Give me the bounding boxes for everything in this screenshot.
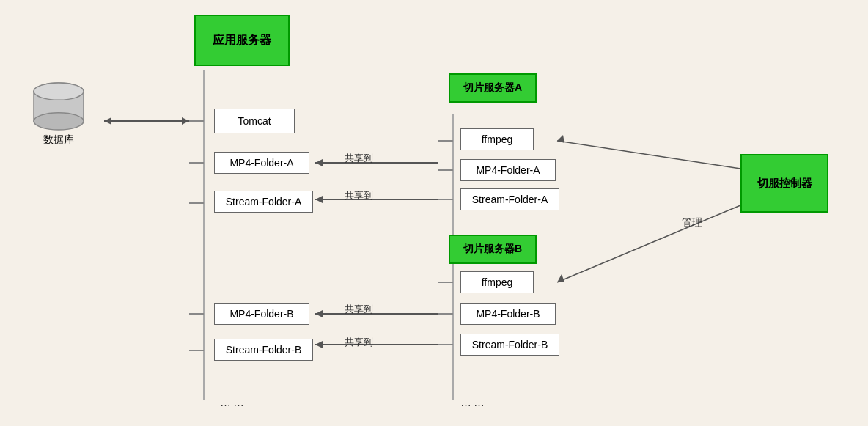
mp4-folder-b-left-box: MP4-Folder-B bbox=[214, 303, 309, 325]
mp4-folder-a-right-box: MP4-Folder-A bbox=[460, 159, 556, 181]
svg-marker-27 bbox=[557, 274, 564, 282]
tomcat-box: Tomcat bbox=[214, 109, 295, 133]
database-icon bbox=[29, 81, 88, 131]
svg-overlay bbox=[0, 0, 868, 426]
ellipsis-left: …… bbox=[220, 396, 246, 408]
stream-folder-a-left-box: Stream-Folder-A bbox=[214, 191, 313, 213]
stream-folder-a-right-box: Stream-Folder-A bbox=[460, 188, 559, 210]
stream-folder-b-left-box: Stream-Folder-B bbox=[214, 339, 313, 361]
svg-point-31 bbox=[34, 83, 84, 100]
ffmpeg-a-box: ffmpeg bbox=[460, 128, 534, 150]
share-label-stream-a: 共享到 bbox=[345, 189, 373, 202]
svg-marker-19 bbox=[315, 196, 323, 203]
database-label: 数据库 bbox=[43, 133, 74, 147]
share-label-mp4-a: 共享到 bbox=[345, 152, 373, 165]
svg-marker-15 bbox=[104, 117, 111, 125]
slice-server-a-box: 切片服务器A bbox=[449, 73, 537, 103]
mp4-folder-a-left-box: MP4-Folder-A bbox=[214, 152, 309, 174]
svg-point-30 bbox=[34, 113, 84, 130]
svg-marker-14 bbox=[182, 117, 189, 125]
ellipsis-right: …… bbox=[460, 396, 487, 408]
svg-marker-25 bbox=[557, 135, 564, 143]
ffmpeg-b-box: ffmpeg bbox=[460, 271, 534, 293]
database-container: 数据库 bbox=[22, 81, 95, 147]
svg-line-26 bbox=[557, 205, 740, 282]
manage-label: 管理 bbox=[682, 216, 702, 229]
share-label-mp4-b: 共享到 bbox=[345, 303, 373, 316]
svg-marker-21 bbox=[315, 310, 323, 317]
svg-marker-23 bbox=[315, 341, 323, 348]
mp4-folder-b-right-box: MP4-Folder-B bbox=[460, 303, 556, 325]
slice-controller-box: 切服控制器 bbox=[740, 154, 828, 213]
svg-marker-17 bbox=[315, 159, 323, 166]
app-server-box: 应用服务器 bbox=[194, 15, 290, 66]
svg-line-24 bbox=[557, 141, 740, 169]
stream-folder-b-right-box: Stream-Folder-B bbox=[460, 334, 559, 356]
share-label-stream-b: 共享到 bbox=[345, 336, 373, 349]
slice-server-b-box: 切片服务器B bbox=[449, 235, 537, 264]
diagram: 数据库 应用服务器 Tomcat MP4-Folder-A Stream-Fol… bbox=[0, 0, 868, 426]
